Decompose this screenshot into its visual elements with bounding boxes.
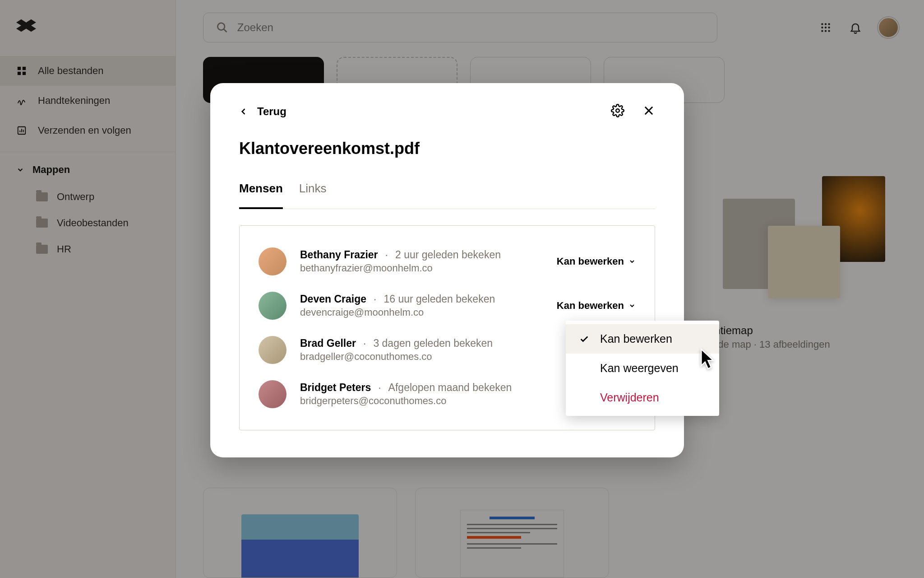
close-icon — [642, 104, 655, 117]
tabs: Mensen Links — [239, 182, 655, 209]
person-email: devencraige@moonhelm.co — [300, 307, 543, 318]
chevron-down-icon — [628, 302, 636, 309]
cursor-icon — [699, 348, 718, 372]
back-label: Terug — [257, 105, 286, 118]
person-viewed: Afgelopen maand bekeken — [388, 382, 512, 394]
person-viewed: 16 uur geleden bekeken — [383, 293, 495, 305]
person-name: Deven Craige — [300, 293, 366, 305]
person-name: Bridget Peters — [300, 382, 371, 394]
person-viewed: 2 uur geleden bekeken — [395, 249, 501, 261]
modal-title: Klantovereenkomst.pdf — [239, 139, 655, 158]
gear-icon — [611, 104, 624, 117]
person-email: bethanyfrazier@moonhelm.co — [300, 262, 543, 274]
person-avatar — [259, 292, 286, 320]
tab-people[interactable]: Mensen — [239, 182, 283, 209]
chevron-left-icon — [239, 107, 248, 116]
permission-dropdown[interactable]: Kan bewerken — [557, 300, 636, 312]
person-avatar — [259, 336, 286, 364]
person-row: Bethany Frazier · 2 uur geleden bekeken … — [259, 239, 636, 284]
person-name: Brad Geller — [300, 337, 356, 350]
menu-remove[interactable]: Verwijderen — [566, 383, 719, 412]
close-button[interactable] — [642, 104, 655, 119]
chevron-down-icon — [628, 258, 636, 265]
svg-point-15 — [616, 109, 619, 112]
back-button[interactable]: Terug — [239, 105, 286, 118]
tab-links[interactable]: Links — [299, 182, 327, 209]
check-icon — [579, 334, 590, 344]
permission-menu: Kan bewerken Kan weergeven Verwijderen — [566, 321, 719, 416]
person-avatar — [259, 247, 286, 275]
permission-dropdown[interactable]: Kan bewerken — [557, 256, 636, 267]
person-name: Bethany Frazier — [300, 249, 378, 261]
menu-can-edit[interactable]: Kan bewerken — [566, 324, 719, 354]
person-viewed: 3 dagen geleden bekeken — [373, 337, 493, 350]
settings-button[interactable] — [611, 104, 624, 119]
person-avatar — [259, 380, 286, 408]
menu-can-view[interactable]: Kan weergeven — [566, 354, 719, 383]
